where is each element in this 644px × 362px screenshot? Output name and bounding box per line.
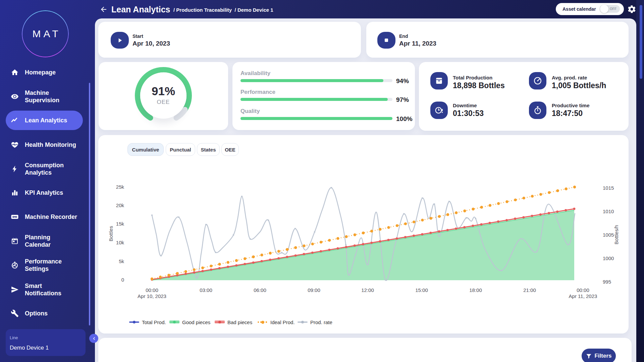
svg-text:1005: 1005 <box>603 232 614 238</box>
svg-text:25k: 25k <box>116 184 124 190</box>
svg-text:03:00: 03:00 <box>200 287 212 293</box>
svg-text:09:00: 09:00 <box>308 287 320 293</box>
svg-text:00:00: 00:00 <box>146 287 158 293</box>
svg-text:20k: 20k <box>116 202 124 208</box>
svg-text:1000: 1000 <box>603 255 614 261</box>
svg-text:18:00: 18:00 <box>469 287 482 293</box>
svg-text:00:00: 00:00 <box>577 287 589 293</box>
svg-text:12:00: 12:00 <box>361 287 374 293</box>
svg-text:Bottles: Bottles <box>108 226 114 241</box>
svg-text:10k: 10k <box>116 240 124 245</box>
svg-text:06:00: 06:00 <box>254 287 266 293</box>
svg-text:21:00: 21:00 <box>523 287 536 293</box>
svg-text:1010: 1010 <box>603 208 614 214</box>
svg-text:1015: 1015 <box>603 185 614 191</box>
svg-text:15k: 15k <box>116 221 124 227</box>
svg-text:0: 0 <box>121 277 124 283</box>
svg-text:Apr 11, 2023: Apr 11, 2023 <box>569 293 597 299</box>
svg-text:Bottles/h: Bottles/h <box>613 225 619 244</box>
svg-text:Apr 10, 2023: Apr 10, 2023 <box>138 293 166 299</box>
svg-text:5k: 5k <box>119 258 124 264</box>
svg-text:15:00: 15:00 <box>415 287 428 293</box>
svg-text:995: 995 <box>603 279 611 285</box>
